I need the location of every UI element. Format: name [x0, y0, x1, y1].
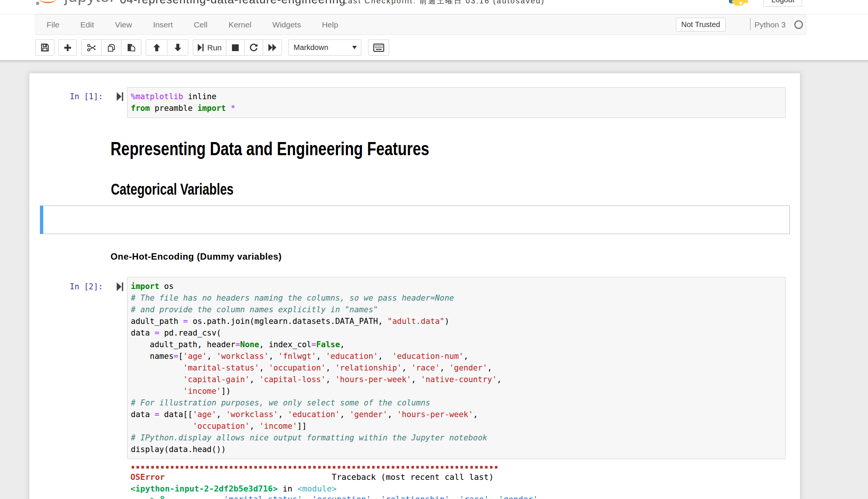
toolbar-button-group: Run — [193, 39, 282, 56]
menu-cell[interactable]: Cell — [183, 15, 218, 35]
cut-icon — [87, 43, 96, 52]
run-button-label: Run — [207, 43, 222, 52]
menu-kernel[interactable]: Kernel — [218, 15, 262, 35]
restart-run-all-icon — [268, 44, 277, 51]
paste-cell-button[interactable] — [121, 39, 141, 56]
toolbar: Run Markdown — [35, 39, 389, 56]
copy-cell-button[interactable] — [101, 39, 121, 56]
error-output-text: ----------------------------------------… — [130, 460, 543, 499]
menu-edit[interactable]: Edit — [70, 15, 105, 35]
menu-insert[interactable]: Insert — [142, 15, 183, 35]
trusted-status-button[interactable]: Not Trusted — [676, 18, 726, 32]
markdown-heading-1[interactable]: Representing Data and Engineering Featur… — [111, 138, 429, 160]
save-icon — [41, 43, 49, 52]
site: In [1]: %matplotlib inlinefrom preamble … — [0, 60, 868, 499]
run-this-cell-icon[interactable] — [117, 282, 123, 291]
input-prompt: In [2]: — [29, 281, 103, 293]
command-palette-button[interactable] — [368, 39, 389, 56]
menu-view[interactable]: View — [105, 15, 142, 35]
move-down-icon — [174, 43, 182, 52]
stop-button[interactable] — [226, 39, 245, 56]
kernel-divider — [750, 18, 751, 30]
move-cell-down-button[interactable] — [167, 39, 188, 56]
toolbar-button-group — [146, 39, 188, 56]
notebook-title[interactable]: 04-representing-data-feature-engineering — [120, 0, 346, 6]
error-output: ----------------------------------------… — [130, 460, 543, 499]
logout-button[interactable]: Logout — [763, 0, 802, 7]
run-icon — [197, 44, 204, 51]
jupyter-logo-icon[interactable] — [35, 0, 59, 6]
code-content: %matplotlib inlinefrom preamble import * — [131, 91, 785, 114]
menu-file[interactable]: File — [36, 15, 70, 35]
selected-cell-indicator — [40, 206, 43, 234]
menu-widgets[interactable]: Widgets — [262, 15, 312, 35]
save-button[interactable] — [35, 39, 55, 56]
run-button[interactable]: Run — [193, 39, 226, 56]
code-cell-input[interactable]: import os# The file has no headers namin… — [127, 277, 786, 459]
move-cell-up-button[interactable] — [146, 39, 167, 56]
code-cell-input[interactable]: %matplotlib inlinefrom preamble import * — [127, 87, 786, 118]
header-top-bar: jupyter 04-representing-data-feature-eng… — [0, 0, 868, 14]
restart-run-all-button[interactable] — [263, 39, 282, 56]
move-up-icon — [153, 43, 161, 52]
selected-empty-cell[interactable] — [40, 206, 790, 234]
cell-type-value: Markdown — [294, 40, 328, 55]
markdown-heading-4[interactable]: One-Hot-Encoding (Dummy variables) — [111, 251, 282, 262]
cell-type-select[interactable]: Markdown — [288, 39, 361, 56]
cut-cell-button[interactable] — [81, 39, 101, 56]
header: jupyter 04-representing-data-feature-eng… — [0, 0, 868, 60]
menu-help[interactable]: Help — [311, 15, 348, 35]
restart-icon — [249, 43, 258, 52]
toolbar-button-group — [81, 39, 141, 56]
add-cell-button[interactable] — [58, 39, 77, 56]
copy-icon — [107, 43, 116, 52]
python-logo-icon — [727, 0, 749, 6]
input-prompt: In [1]: — [29, 91, 103, 103]
markdown-heading-2[interactable]: Categorical Variables — [111, 180, 233, 198]
paste-icon — [127, 43, 136, 52]
kernel-name: Python 3 — [754, 20, 786, 30]
stop-icon — [232, 44, 239, 51]
run-this-cell-icon[interactable] — [117, 92, 123, 101]
jupyter-wordmark[interactable]: jupyter — [64, 0, 115, 6]
kernel-idle-icon — [794, 20, 803, 29]
notebook-container: In [1]: %matplotlib inlinefrom preamble … — [29, 73, 800, 499]
menubar: FileEditViewInsertCellKernelWidgetsHelp … — [35, 14, 806, 35]
restart-kernel-button[interactable] — [244, 39, 263, 56]
add-cell-icon — [64, 44, 72, 52]
chevron-down-icon — [352, 46, 357, 49]
keyboard-icon — [373, 44, 384, 52]
checkpoint-status: Last Checkpoint: 前週土曜日 03:16 (autosaved) — [343, 0, 545, 5]
code-content: import os# The file has no headers namin… — [131, 281, 785, 455]
